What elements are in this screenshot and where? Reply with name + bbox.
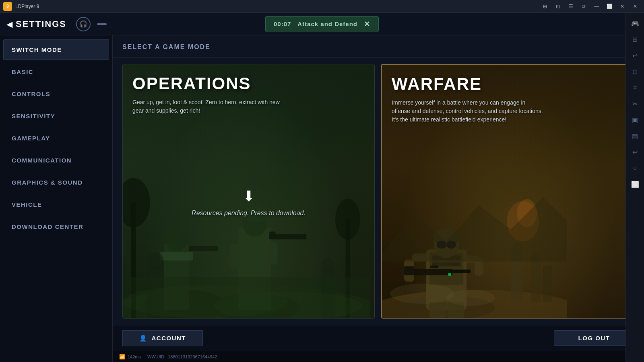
operations-title: OPERATIONS [132, 74, 365, 93]
toolbar-icon-resize[interactable]: ⊡ [628, 64, 642, 79]
right-toolbar: 🎮 ⊞ ↩ ⊡ ⌗ ✂ ▣ ▤ ↩ ○ ⬜ [625, 13, 644, 362]
logout-button[interactable]: LOG OUT [554, 330, 634, 346]
ping-value: 142ms [128, 354, 141, 359]
headphone-icon[interactable]: 🎧 [76, 17, 91, 31]
account-label: ACCOUNT [152, 335, 186, 341]
account-button[interactable]: 👤 ACCOUNT [122, 330, 203, 346]
title-bar-controls: ⊞ ⊡ ☰ ⧉ — ⬜ ✕ ✕ [539, 2, 641, 11]
sidebar-item-download-center[interactable]: DOWNLOAD CENTER [3, 216, 109, 237]
download-text: Resources pending. Press to download. [192, 210, 305, 217]
toolbar-icon-cut[interactable]: ✂ [628, 97, 642, 111]
operations-description: Gear up, get in, loot & scoot! Zero to h… [132, 98, 285, 115]
sidebar: SWITCH MODE BASIC CONTROLS SENSITIVITY G… [0, 35, 113, 362]
toolbar-icon-reply[interactable]: ↩ [628, 145, 642, 159]
notification-text: Attack and Defend [297, 21, 357, 27]
toolbar-icon-square1[interactable]: ▣ [628, 113, 642, 127]
sidebar-item-graphics-sound[interactable]: GRAPHICS & SOUND [3, 172, 109, 193]
sidebar-item-basic[interactable]: BASIC [3, 62, 109, 82]
main-panel: SELECT A GAME MODE [113, 35, 644, 362]
sidebar-item-communication[interactable]: COMMUNICATION [3, 150, 109, 171]
title-bar-left: 9 LDPlayer 9 [3, 2, 39, 11]
app-title: LDPlayer 9 [15, 4, 39, 9]
main-area: ◀ SETTINGS 🎧 00:07 Attack and Defend ✕ S… [0, 13, 644, 362]
toolbar-icon-box[interactable]: ⬜ [628, 177, 642, 191]
toolbar-icon-back[interactable]: ↩ [628, 48, 642, 63]
notification-time: 00:07 [274, 21, 291, 27]
sidebar-item-controls[interactable]: CONTROLS [3, 84, 109, 104]
toolbar-icon-grid[interactable]: ⊞ [628, 32, 642, 47]
wifi-icon: 📶 [119, 354, 125, 360]
operations-card[interactable]: OPERATIONS Gear up, get in, loot & scoot… [122, 64, 375, 319]
back-button[interactable]: ◀ SETTINGS [6, 19, 66, 29]
settings-title: SETTINGS [16, 19, 66, 29]
panel-title: SELECT A GAME MODE [122, 43, 211, 50]
toolbar-icon-square2[interactable]: ▤ [628, 129, 642, 143]
back-arrow-icon: ◀ [6, 19, 12, 29]
status-bar: 📶 142ms WW.UID: 18801131323671644942 [113, 351, 644, 362]
notification-bar: 00:07 Attack and Defend ✕ [265, 16, 379, 32]
close-button-2[interactable]: ✕ [630, 2, 641, 11]
warfare-description: Immerse yourself in a battle where you c… [392, 99, 545, 124]
account-icon: 👤 [139, 335, 148, 342]
ldplayer-logo: 9 [3, 2, 12, 11]
warfare-card-content: WARFARE Immerse yourself in a battle whe… [382, 65, 634, 318]
bottom-bar: 👤 ACCOUNT LOG OUT [113, 325, 644, 351]
notification-close[interactable]: ✕ [364, 20, 370, 29]
sidebar-item-gameplay[interactable]: GAMEPLAY [3, 128, 109, 148]
toolbar-icon-circle[interactable]: ○ [628, 161, 642, 175]
warfare-card[interactable]: WARFARE Immerse yourself in a battle whe… [381, 64, 634, 319]
uid-status: WW.UID: 18801131323671644942 [147, 354, 217, 359]
title-bar: 9 LDPlayer 9 ⊞ ⊡ ☰ ⧉ — ⬜ ✕ ✕ [0, 0, 644, 13]
app-header: ◀ SETTINGS 🎧 00:07 Attack and Defend ✕ [0, 13, 644, 35]
sidebar-item-vehicle[interactable]: VEHICLE [3, 194, 109, 215]
download-icon: ⬇ [243, 188, 255, 205]
warfare-title: WARFARE [392, 74, 624, 94]
divider [97, 23, 107, 25]
sidebar-item-switch-mode[interactable]: SWITCH MODE [3, 39, 109, 60]
download-area[interactable]: ⬇ Resources pending. Press to download. [192, 188, 305, 217]
game-modes: OPERATIONS Gear up, get in, loot & scoot… [113, 58, 644, 325]
titlebar-btn-3[interactable]: ☰ [565, 2, 576, 11]
ping-status: 📶 142ms [119, 354, 141, 360]
toolbar-icon-hash[interactable]: ⌗ [628, 80, 642, 95]
titlebar-btn-1[interactable]: ⊞ [539, 2, 551, 11]
logout-label: LOG OUT [578, 335, 610, 341]
panel-header: SELECT A GAME MODE [113, 35, 644, 58]
app-container: ◀ SETTINGS 🎧 00:07 Attack and Defend ✕ S… [0, 13, 644, 362]
maximize-button[interactable]: ⬜ [604, 2, 615, 11]
uid-label: WW.UID: [147, 354, 165, 359]
toolbar-icon-gamepad[interactable]: 🎮 [628, 16, 642, 31]
uid-value: 18801131323671644942 [168, 354, 217, 359]
titlebar-btn-4[interactable]: ⧉ [578, 2, 589, 11]
sidebar-item-sensitivity[interactable]: SENSITIVITY [3, 106, 109, 126]
minimize-button[interactable]: — [591, 2, 602, 11]
operations-card-content: OPERATIONS Gear up, get in, loot & scoot… [123, 64, 374, 318]
titlebar-btn-2[interactable]: ⊡ [552, 2, 564, 11]
close-button[interactable]: ✕ [617, 2, 628, 11]
content-layout: SWITCH MODE BASIC CONTROLS SENSITIVITY G… [0, 35, 644, 362]
